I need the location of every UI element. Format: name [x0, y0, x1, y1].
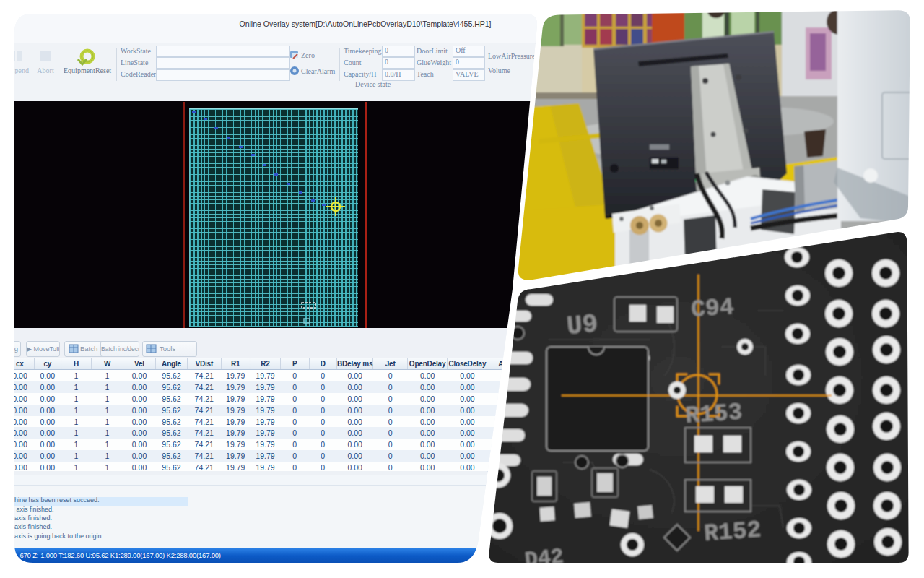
svg-text:C94: C94: [690, 294, 735, 324]
svg-text:D42: D42: [523, 544, 565, 572]
svg-text:U9: U9: [565, 309, 599, 342]
svg-text:R152: R152: [703, 517, 762, 548]
svg-text:R153: R153: [684, 400, 744, 430]
